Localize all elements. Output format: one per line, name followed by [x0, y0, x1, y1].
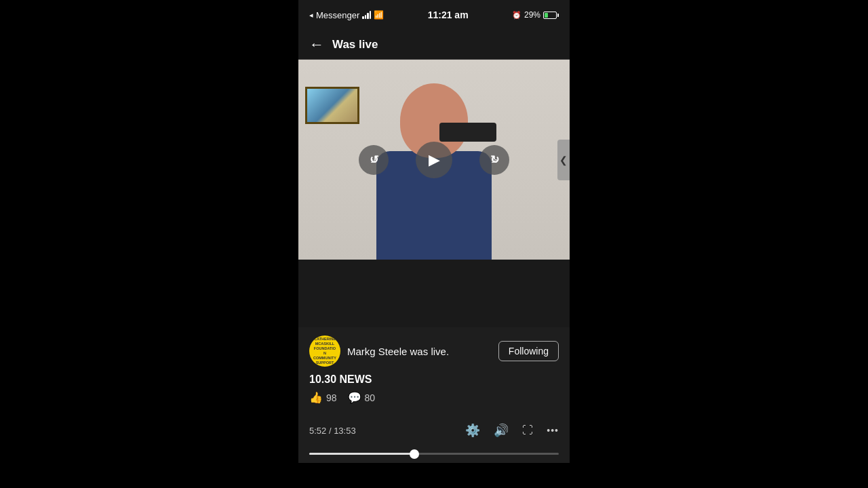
back-button[interactable]: ←: [309, 36, 324, 54]
avatar[interactable]: CATHERINEMCASKILLFOUNDATIONCOMMUNITYSUPP…: [309, 336, 340, 367]
like-count: 98: [326, 392, 337, 403]
progress-fill: [309, 453, 414, 455]
user-row: CATHERINEMCASKILLFOUNDATIONCOMMUNITYSUPP…: [309, 336, 559, 367]
back-indicator: ◂: [309, 11, 313, 20]
status-bar: ◂ Messenger 📶 11:21 am ⏰ 29%: [298, 0, 570, 30]
time-display: 5:52 / 13:53: [309, 426, 356, 436]
forward-seconds: 10: [492, 157, 498, 163]
forward-button[interactable]: ↻ 10: [479, 145, 509, 175]
more-button[interactable]: •••: [547, 425, 559, 436]
phone-container: ◂ Messenger 📶 11:21 am ⏰ 29% ← Was l: [298, 0, 570, 488]
following-button[interactable]: Following: [498, 341, 559, 361]
status-right: ⏰ 29%: [512, 10, 559, 20]
sidebar-icon: ❮: [559, 155, 568, 165]
video-player[interactable]: ↺ 10 ▶ ↻ 10 ❮: [298, 60, 570, 260]
settings-button[interactable]: ⚙️: [465, 423, 480, 438]
battery-percent: 29%: [524, 10, 540, 20]
sidebar-handle[interactable]: ❮: [557, 140, 570, 180]
progress-section[interactable]: [298, 446, 570, 463]
user-name: Markg Steele was live.: [347, 346, 492, 357]
avatar-text: CATHERINEMCASKILLFOUNDATIONCOMMUNITYSUPP…: [312, 336, 338, 367]
volume-button[interactable]: 🔊: [494, 423, 509, 438]
play-button[interactable]: ▶: [416, 142, 452, 178]
battery-icon: [543, 12, 559, 19]
likes-stat[interactable]: 👍 98: [309, 391, 337, 404]
status-time: 11:21 am: [428, 9, 469, 20]
control-icons: ⚙️ 🔊 ⛶ •••: [465, 423, 559, 438]
page-title: Was live: [332, 38, 378, 52]
rewind-button[interactable]: ↺ 10: [359, 145, 389, 175]
video-controls: ↺ 10 ▶ ↻ 10: [298, 60, 570, 260]
nav-bar: ← Was live: [298, 30, 570, 60]
progress-track[interactable]: [309, 453, 559, 455]
post-info: CATHERINEMCASKILLFOUNDATIONCOMMUNITYSUPP…: [298, 327, 570, 418]
progress-thumb[interactable]: [410, 449, 419, 459]
signal-icon: [362, 11, 371, 19]
rewind-seconds: 10: [371, 157, 377, 163]
alarm-icon: ⏰: [512, 11, 521, 20]
post-title: 10.30 NEWS: [309, 373, 559, 386]
fullscreen-button[interactable]: ⛶: [522, 424, 533, 436]
comments-stat[interactable]: 💬 80: [348, 391, 376, 404]
wifi-icon: 📶: [374, 10, 384, 20]
play-icon: ▶: [429, 151, 440, 169]
stats-row: 👍 98 💬 80: [309, 391, 559, 404]
bottom-controls: 5:52 / 13:53 ⚙️ 🔊 ⛶ •••: [298, 418, 570, 446]
comment-count: 80: [365, 392, 376, 403]
comment-icon: 💬: [348, 391, 361, 404]
status-left: ◂ Messenger 📶: [309, 10, 384, 20]
spacer: [298, 260, 570, 327]
like-icon: 👍: [309, 391, 323, 404]
app-name: Messenger: [316, 10, 359, 20]
